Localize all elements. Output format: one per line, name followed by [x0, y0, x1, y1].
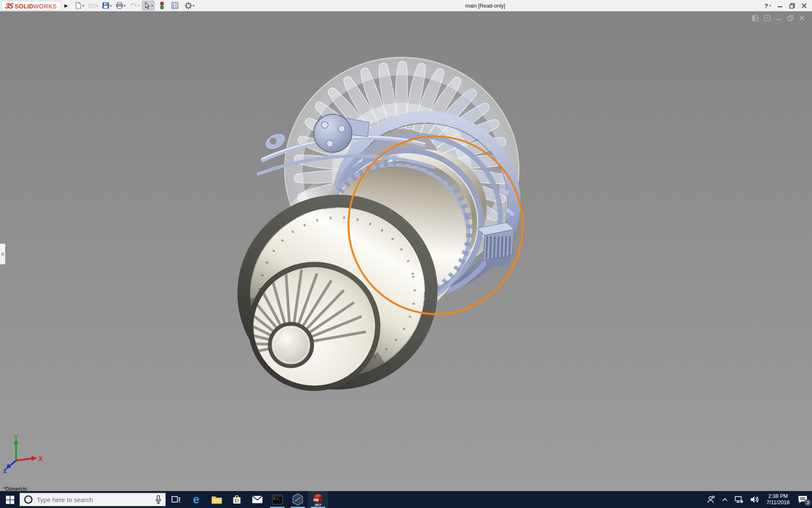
jet-engine-model[interactable] [0, 11, 812, 491]
edge-icon: e [190, 493, 203, 506]
options-dropdown-caret[interactable]: ▾ [193, 4, 195, 8]
save-button[interactable]: ▾ [101, 1, 113, 10]
network-button[interactable] [731, 491, 746, 508]
command-prompt-icon: C:\_ [272, 494, 283, 505]
view-orientation-label: *Dimetric [3, 486, 27, 492]
start-button[interactable] [0, 491, 19, 508]
new-document-button[interactable]: ▾ [73, 1, 85, 10]
help-button[interactable]: ? ▾ [764, 3, 771, 9]
options-gear-button[interactable]: ▾ [183, 1, 196, 11]
new-document-icon [74, 2, 82, 9]
windows-logo-icon [5, 495, 14, 504]
taskbar-item-explorer[interactable] [206, 491, 227, 508]
new-dropdown-caret[interactable]: ▾ [82, 4, 84, 8]
brand-solid-text: SOLID [15, 3, 33, 10]
cortana-icon [24, 495, 33, 504]
featuremanager-pane-toggle-button[interactable] [752, 15, 759, 23]
window-controls: ? ▾ [764, 0, 807, 11]
print-dropdown-caret[interactable]: ▾ [124, 4, 126, 8]
save-dropdown-caret[interactable]: ▾ [110, 4, 112, 8]
volume-icon [749, 495, 760, 504]
doc-minimize-icon [776, 15, 782, 22]
minimize-icon [777, 3, 783, 8]
close-icon [801, 3, 807, 8]
save-floppy-icon [102, 2, 110, 9]
microphone-icon[interactable] [155, 495, 162, 504]
notification-badge: 3 [804, 499, 811, 506]
help-dropdown-caret[interactable]: ▾ [769, 4, 771, 8]
tab-handle-icon [1, 253, 4, 256]
taskbar-item-hexagon-app[interactable] [288, 491, 308, 508]
svg-text:e: e [193, 493, 199, 506]
doc-restore-icon [787, 15, 794, 22]
doc-close-icon [799, 15, 805, 21]
properties-button[interactable] [170, 1, 180, 10]
svg-text:SW: SW [313, 498, 319, 502]
restore-button[interactable] [789, 3, 795, 9]
select-dropdown-caret[interactable]: ▾ [151, 4, 153, 8]
select-cursor-icon [143, 2, 151, 9]
people-icon [706, 495, 716, 504]
minimize-button[interactable] [777, 3, 783, 8]
taskbar-item-cmd[interactable]: C:\_ [267, 491, 288, 508]
taskbar-item-mail[interactable] [247, 491, 267, 508]
close-button[interactable] [801, 3, 807, 8]
taskbar-spacer [328, 491, 703, 508]
featuremanager-collapsed-tab[interactable] [0, 243, 5, 265]
task-view-icon [171, 494, 181, 505]
people-button[interactable] [703, 491, 719, 508]
toolbar: ▾ ▾ ▾ ▾ [73, 0, 196, 11]
clock[interactable]: 2:38 PM 7/11/2018 [763, 491, 793, 508]
select-tool-button[interactable]: ▾ [142, 1, 154, 10]
print-icon [115, 2, 123, 9]
hidden-icons-button[interactable] [719, 491, 731, 508]
network-icon [734, 495, 743, 504]
hexagon-app-icon [292, 493, 304, 506]
taskbar-item-taskview[interactable] [166, 491, 186, 508]
properties-list-icon [171, 2, 179, 9]
pane-down-icon [764, 15, 771, 22]
undo-button[interactable]: ▾ [128, 1, 141, 10]
taskbar-item-edge[interactable]: e [186, 491, 206, 508]
doc-close-button[interactable] [799, 15, 805, 23]
svg-text:2017: 2017 [315, 503, 321, 506]
open-button[interactable]: ▾ [87, 1, 99, 10]
taskbar-item-store[interactable] [227, 491, 247, 508]
taskbar-item-solidworks[interactable]: SW 2017 [308, 491, 328, 508]
orientation-triad: Y X Z [2, 435, 46, 473]
chevron-up-icon [721, 496, 728, 503]
view-stoplight-button[interactable] [158, 0, 166, 11]
triad-z-label: Z [3, 468, 6, 473]
search-box[interactable] [19, 493, 166, 506]
document-window-controls [752, 15, 805, 23]
triad-x-label: X [39, 456, 42, 462]
svg-text:C:\_: C:\_ [274, 497, 280, 500]
open-folder-icon [88, 2, 96, 9]
app-titlebar: 3S SOLID WORKS ▶ ▾ ▾ ▾ [0, 0, 812, 11]
folder-icon [211, 495, 222, 505]
brand-works-text: WORKS [33, 3, 57, 10]
triad-y-label: Y [14, 435, 18, 441]
restore-icon [789, 3, 795, 9]
window-title: main [Read-only] [465, 3, 505, 9]
gear-icon [184, 2, 192, 10]
solidworks-logo: 3S SOLID WORKS [1, 1, 61, 11]
clock-time: 2:38 PM [768, 493, 788, 500]
undo-dropdown-caret[interactable]: ▾ [138, 4, 140, 8]
doc-restore-button[interactable] [787, 15, 794, 23]
undo-arrow-icon [129, 2, 137, 9]
menu-expand-arrow-icon[interactable]: ▶ [64, 3, 68, 8]
display-pane-toggle-button[interactable] [764, 15, 771, 23]
graphics-area[interactable]: Y X Z *Dimetric [0, 11, 812, 491]
search-input[interactable] [37, 496, 151, 503]
3ds-brand-icon: 3S [4, 2, 14, 11]
volume-button[interactable] [746, 491, 763, 508]
action-center-button[interactable]: 3 [793, 491, 812, 508]
mail-icon [252, 495, 263, 504]
clock-date: 7/11/2018 [766, 500, 790, 506]
doc-minimize-button[interactable] [776, 15, 782, 23]
solidworks-2017-icon: SW 2017 [312, 493, 324, 506]
print-button[interactable]: ▾ [114, 1, 127, 10]
pane-left-icon [752, 15, 759, 22]
open-dropdown-caret[interactable]: ▾ [96, 4, 98, 8]
